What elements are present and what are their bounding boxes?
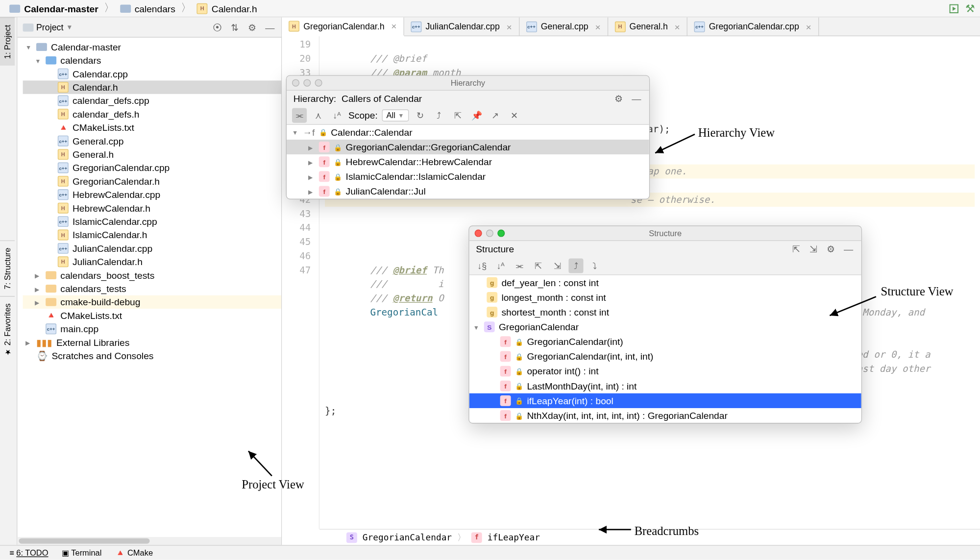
tree-file[interactable]: c++General.cpp [23,134,281,147]
tree-file[interactable]: c++IslamicCalendar.cpp [23,215,281,228]
breadcrumb-class[interactable]: GregorianCalendar [363,532,452,542]
hide-icon[interactable]: — [630,93,642,104]
structure-member[interactable]: f🔒NthXday(int, int, int, int, int) : Gre… [469,408,861,423]
structure-panel[interactable]: Structure Structure ⇱ ⇲ ⚙ — ↓§ ↓ᴬ ⫘ ⇱ ⇲ … [468,225,862,423]
close-tab-icon[interactable]: × [806,21,811,32]
structure-item[interactable]: gdef_year_len : const int [469,275,861,290]
editor-tab[interactable]: c++GregorianCalendar.cpp× [687,17,819,36]
scope-selector[interactable]: All▼ [382,109,409,122]
panel-titlebar[interactable]: Structure [469,226,861,241]
editor-tab[interactable]: c++JulianCalendar.cpp× [404,17,519,36]
caller-hierarchy-icon[interactable]: ⫘ [292,108,307,123]
tree-file[interactable]: c++JulianCalendar.cpp [23,242,281,255]
window-traffic-lights[interactable] [475,230,505,237]
breadcrumb-folder[interactable]: calendars [116,3,179,14]
autoscroll-from-source-icon[interactable]: ⤵ [588,258,602,273]
hierarchy-item[interactable]: f🔒JulianCalendar::Jul [287,184,649,198]
close-tab-icon[interactable]: × [675,21,680,32]
tree-file[interactable]: c++GregorianCalendar.cpp [23,161,281,174]
collapse-all-icon[interactable]: ⇲ [550,258,564,273]
close-tab-icon[interactable]: × [507,21,512,32]
tree-file[interactable]: HHebrewCalendar.h [23,201,281,215]
hierarchy-item[interactable]: f🔒IslamicCalendar::IslamicCalendar [287,169,649,184]
tree-file[interactable]: 🔺CMakeLists.txt [23,309,281,322]
settings-gear-icon[interactable]: ⚙ [246,22,259,33]
autoscroll-to-source-icon[interactable]: ⤴ [568,258,583,273]
breadcrumb-member[interactable]: ifLeapYear [488,532,540,542]
tree-file[interactable]: c++HebrewCalendar.cpp [23,188,281,201]
hierarchy-item[interactable]: f🔒GregorianCalendar::GregorianCalendar [287,140,649,154]
close-icon[interactable]: ✕ [507,108,521,123]
window-traffic-lights[interactable] [292,79,322,87]
tree-file[interactable]: HGregorianCalendar.h [23,174,281,188]
hierarchy-panel[interactable]: Hierarchy Hierarchy: Callers of Calendar… [286,75,650,199]
side-tab-favorites[interactable]: ★ 2: Favorites [0,296,15,363]
editor-tab[interactable]: c++General.cpp× [519,17,608,36]
show-inherited-icon[interactable]: ⫘ [512,258,527,273]
build-hammer-icon[interactable]: ⚒ [965,2,975,15]
pin-icon[interactable]: 📌 [469,108,484,123]
tree-file[interactable]: c++main.cpp [23,322,281,336]
collapse-icon[interactable]: ⇲ [808,243,820,254]
tree-folder[interactable]: calendars_tests [23,282,281,295]
tree-file[interactable]: HJulianCalendar.h [23,255,281,268]
structure-member[interactable]: f🔒LastMonthDay(int, int) : int [469,379,861,393]
horizontal-scrollbar[interactable] [18,537,281,545]
expand-all-icon[interactable]: ⇱ [450,108,465,123]
hide-icon[interactable]: — [264,22,276,33]
sort-alpha-icon[interactable]: ↓ᴬ [493,258,508,273]
tree-folder-calendars[interactable]: calendars [23,54,281,67]
hierarchy-root[interactable]: →f🔒Calendar::Calendar [287,125,649,140]
tree-file-label: Calendar.h [73,82,118,93]
tree-folder[interactable]: calendars_boost_tests [23,268,281,282]
run-target-icon[interactable] [949,4,958,13]
breadcrumb-root[interactable]: Calendar-master [5,3,102,14]
tree-external-libs[interactable]: ▮▮▮External Libraries [23,336,281,349]
side-tab-structure[interactable]: 7: Structure [0,240,15,296]
settings-gear-icon[interactable]: ⚙ [825,243,837,254]
structure-tree[interactable]: gdef_year_len : const int glongest_month… [469,275,861,423]
tree-scratches[interactable]: ⌚Scratches and Consoles [23,349,281,362]
close-tab-icon[interactable]: × [595,21,600,32]
expand-all-icon[interactable]: ⇅ [229,22,241,33]
breadcrumb-file[interactable]: H Calendar.h [193,3,261,14]
autoscroll-icon[interactable]: ⤴ [432,108,446,123]
panel-titlebar[interactable]: Hierarchy [287,76,649,91]
export-icon[interactable]: ↗ [488,108,503,123]
bottom-tab-todo[interactable]: ≡ 6: TODO [9,548,48,558]
editor-tab[interactable]: HGeneral.h× [608,17,687,36]
close-tab-icon[interactable]: × [391,21,396,31]
refresh-icon[interactable]: ↻ [413,108,427,123]
locate-icon[interactable]: ⦿ [212,22,224,33]
sort-visibility-icon[interactable]: ↓§ [475,258,490,273]
tree-file[interactable]: HIslamicCalendar.h [23,228,281,242]
structure-class[interactable]: SGregorianCalendar [469,319,861,334]
hierarchy-tree[interactable]: →f🔒Calendar::Calendar f🔒GregorianCalenda… [287,125,649,199]
expand-icon[interactable]: ⇱ [790,243,802,254]
bottom-tab-cmake[interactable]: 🔺 CMake [115,548,153,558]
tree-file[interactable]: HCalendar.h [23,80,281,94]
tree-file[interactable]: c++calendar_defs.cpp [23,94,281,107]
settings-gear-icon[interactable]: ⚙ [613,93,625,104]
structure-item[interactable]: gshortest_month : const int [469,305,861,319]
tree-file[interactable]: c++Calendar.cpp [23,67,281,80]
callee-hierarchy-icon[interactable]: ⋏ [311,108,325,123]
structure-item[interactable]: glongest_month : const int [469,290,861,305]
hierarchy-item[interactable]: f🔒HebrewCalendar::HebrewCalendar [287,154,649,169]
tree-folder[interactable]: cmake-build-debug [23,295,281,309]
side-tab-project[interactable]: 1: Project [0,18,15,66]
editor-tab[interactable]: HGregorianCalendar.h× [282,18,404,36]
tree-root[interactable]: Calendar-master [23,40,281,53]
tree-file[interactable]: HGeneral.h [23,147,281,161]
structure-member[interactable]: f🔒GregorianCalendar(int, int, int) [469,349,861,364]
tree-file[interactable]: Hcalendar_defs.h [23,107,281,121]
sort-alpha-icon[interactable]: ↓ᴬ [330,108,344,123]
project-view-selector[interactable]: Project ▼ [23,22,73,32]
structure-member[interactable]: f🔒ifLeapYear(int) : bool [469,393,861,408]
structure-member[interactable]: f🔒GregorianCalendar(int) [469,334,861,349]
structure-member[interactable]: f🔒operator int() : int [469,364,861,379]
expand-all-icon[interactable]: ⇱ [531,258,546,273]
tree-file[interactable]: 🔺CMakeLists.txt [23,121,281,134]
hide-icon[interactable]: — [842,243,855,254]
bottom-tab-terminal[interactable]: ▣ Terminal [62,548,101,558]
